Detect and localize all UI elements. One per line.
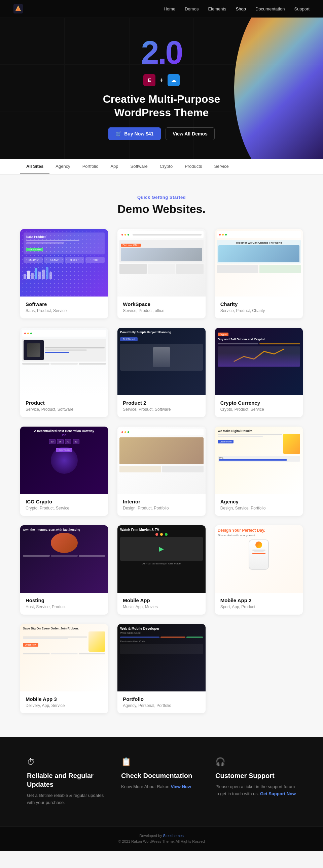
elementor-badge: E — [143, 74, 155, 86]
feature-updates-title: Reliable and Regular Updates — [27, 771, 108, 789]
demo-tags-mobileapp2: Sport, App, Product — [220, 604, 297, 609]
demo-tags-software: Saas, Product, Service — [26, 308, 103, 313]
demo-tags-ico: Crypto, Product, Service — [26, 506, 103, 510]
filter-tab-software[interactable]: Software — [124, 159, 154, 174]
demo-tags-mobileapp: Music, App, Movies — [123, 604, 200, 609]
demo-card-mobileapp2[interactable]: Design Your Perfect Day. Fitness starts … — [215, 525, 303, 615]
filter-tab-agency[interactable]: Agency — [49, 159, 76, 174]
demo-name-charity: Charity — [220, 301, 297, 307]
section-quick-label: Quick Getting Started — [20, 195, 303, 200]
hero-plugins: E + ☁ — [74, 74, 249, 86]
demo-name-agency: Agency — [220, 499, 297, 504]
navbar: Home Demos Elements Shop Documentation S… — [0, 0, 323, 18]
docs-link[interactable]: View Now — [171, 784, 191, 789]
demo-card-agency[interactable]: We Make Digital Results Learn More 85% — [215, 427, 303, 516]
nav-item-elements[interactable]: Elements — [208, 6, 226, 12]
demo-card-software[interactable]: Saas Product Get Started 85.45% 12.5M 3,… — [20, 229, 108, 318]
demo-card-hosting[interactable]: Own the Internet. Start with fast hostin… — [20, 525, 108, 615]
nav-item-support[interactable]: Support — [294, 6, 310, 12]
hero-title: Creative Multi-Purpose WordPress Theme — [74, 92, 249, 119]
demo-tags-mobileapp3: Delivery, App, Service — [26, 703, 103, 708]
demo-name-ico: ICO Crypto — [26, 499, 103, 504]
feature-updates: ⏱ Reliable and Regular Updates Get a lif… — [27, 757, 108, 806]
demo-card-crypto[interactable]: Crypto Buy and Sell Bitcoin and Crypto! — [215, 328, 303, 417]
demo-name-product2: Product 2 — [123, 400, 200, 406]
footer-credit: Developed by Steelthemes — [6, 833, 317, 839]
view-demos-button[interactable]: View All Demos — [166, 127, 214, 140]
support-icon: 🎧 — [215, 757, 296, 767]
feature-support-title: Customer Support — [215, 771, 296, 780]
demo-name-mobileapp3: Mobile App 3 — [26, 696, 103, 702]
logo-icon — [13, 4, 23, 13]
demo-name-interior: Interior — [123, 499, 200, 504]
demo-name-workspace: WorkSpace — [123, 301, 200, 307]
nav-item-home[interactable]: Home — [164, 6, 176, 12]
docs-icon: 📋 — [121, 757, 202, 767]
buy-button[interactable]: 🛒 Buy Now $41 — [108, 127, 161, 140]
feature-docs: 📋 Check Documentation Know More About Ra… — [121, 757, 202, 806]
demo-grid: Saas Product Get Started 85.45% 12.5M 3,… — [20, 229, 303, 713]
demo-tags-charity: Service, Product, Charity — [220, 308, 297, 313]
demo-tags-portfolio: Agency, Personal, Portfolio — [123, 703, 200, 708]
demo-card-interior[interactable]: Interior Design, Product, Portfolio — [117, 427, 205, 516]
demo-name-mobileapp: Mobile App — [123, 597, 200, 603]
demo-tags-product2: Service, Product, Software — [123, 407, 200, 412]
footer-features: ⏱ Reliable and Regular Updates Get a lif… — [0, 737, 323, 827]
demo-name-software: Software — [26, 301, 103, 307]
hero-content: 2.0 E + ☁ Creative Multi-Purpose WordPre… — [74, 36, 249, 140]
plus-icon: + — [159, 76, 164, 84]
filter-tab-all[interactable]: All Sites — [20, 159, 49, 174]
feature-support-desc: Please open a ticket in the support foru… — [215, 783, 296, 798]
filter-tab-app[interactable]: App — [104, 159, 124, 174]
demo-tags-crypto: Crypto, Product, Service — [220, 407, 297, 412]
demo-name-hosting: Hosting — [26, 597, 103, 603]
hero-version: 2.0 — [74, 36, 249, 69]
nav-menu: Home Demos Elements Shop Documentation S… — [164, 6, 310, 12]
feature-updates-desc: Get a lifetime reliable & regular update… — [27, 792, 108, 806]
updates-icon: ⏱ — [27, 757, 108, 767]
footer-copyright: © 2021 Rakon WordPress Theme. All Rights… — [6, 839, 317, 845]
filter-tab-products[interactable]: Products — [179, 159, 208, 174]
demo-card-workspace[interactable]: Find Your Office WorkSpace Service, Prod… — [117, 229, 205, 318]
demo-tags-hosting: Host, Service, Product — [26, 604, 103, 609]
hero-section: 2.0 E + ☁ Creative Multi-Purpose WordPre… — [0, 18, 323, 159]
steelthemes-link[interactable]: Steelthemes — [163, 834, 184, 838]
demo-card-ico[interactable]: A Decentralized Next Generation Gateway … — [20, 427, 108, 516]
support-link[interactable]: Get Support Now — [260, 791, 296, 796]
demo-name-product: Product — [26, 400, 103, 406]
feature-docs-title: Check Documentation — [121, 771, 202, 780]
feature-docs-desc: Know More About Rakon View Now — [121, 783, 202, 790]
demo-name-crypto: Crypto Currency — [220, 400, 297, 406]
demo-card-mobileapp3[interactable]: Save Big On Every Order. Join Ribbon. Or… — [20, 624, 108, 713]
demo-card-product[interactable]: Product Service, Product, Software — [20, 328, 108, 417]
demo-name-portfolio: Portfolio — [123, 696, 200, 702]
cloud-badge: ☁ — [168, 74, 180, 86]
demo-tags-workspace: Service, Product, office — [123, 308, 200, 313]
demo-tags-agency: Design, Service, Portfolio — [220, 506, 297, 510]
section-title: Demo Websites. — [20, 203, 303, 216]
hero-buttons: 🛒 Buy Now $41 View All Demos — [74, 127, 249, 140]
cart-icon: 🛒 — [116, 131, 121, 136]
demo-tags-product: Service, Product, Software — [26, 407, 103, 412]
demo-tags-interior: Design, Product, Portfolio — [123, 506, 200, 510]
nav-item-shop[interactable]: Shop — [236, 6, 246, 12]
demo-card-portfolio[interactable]: Web & Mobile Developer Work Skills Used … — [117, 624, 205, 713]
nav-item-demos[interactable]: Demos — [185, 6, 199, 12]
logo[interactable] — [13, 4, 23, 13]
filter-tab-portfolio[interactable]: Portfolio — [76, 159, 105, 174]
demo-card-mobileapp[interactable]: Watch Free Movies & TV ▶ All Your Stream… — [117, 525, 205, 615]
filter-tab-service[interactable]: Service — [208, 159, 235, 174]
demo-name-mobileapp2: Mobile App 2 — [220, 597, 297, 603]
demo-card-product2[interactable]: Beautifully Simple Project Planning Get … — [117, 328, 205, 417]
demo-card-charity[interactable]: Together We Can Change The World Charity… — [215, 229, 303, 318]
filter-tabs: All Sites Agency Portfolio App Software … — [0, 159, 323, 175]
nav-item-documentation[interactable]: Documentation — [255, 6, 285, 12]
site-footer: Developed by Steelthemes © 2021 Rakon Wo… — [0, 827, 323, 851]
demo-section: Quick Getting Started Demo Websites. Saa… — [0, 175, 323, 737]
filter-tab-crypto[interactable]: Crypto — [154, 159, 179, 174]
feature-support: 🎧 Customer Support Please open a ticket … — [215, 757, 296, 806]
